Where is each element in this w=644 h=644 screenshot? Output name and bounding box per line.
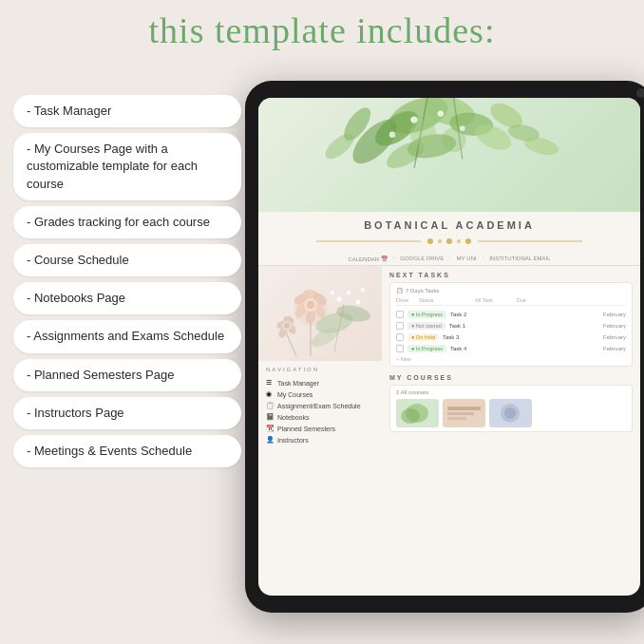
device-screen: BOTANICAL ACADEMIA CALENDAR 📅 · GOOGLE D… [258, 98, 640, 596]
task-name-2: Task 1 [449, 323, 599, 329]
nav-item-task-manager[interactable]: ☰ Task Manager [266, 377, 374, 388]
task-name-4: Task 4 [450, 346, 599, 351]
screen-top-decoration [258, 98, 640, 212]
nav-item-assignments[interactable]: 📋 Assignment/Exam Schedule [266, 400, 374, 411]
course-thumb-1[interactable] [396, 399, 439, 427]
tasks-subheader: 📋 7 Days Tasks [396, 287, 626, 294]
svg-point-48 [347, 291, 350, 294]
instructors-icon: 👤 [266, 436, 274, 444]
feature-list: - Task Manager - My Courses Page with a … [13, 95, 241, 467]
task-due-3: February [603, 334, 626, 340]
feature-notebooks: - Notebooks Page [13, 282, 241, 314]
nav-link-calendar[interactable]: CALENDAR 📅 [348, 256, 387, 262]
svg-point-47 [337, 297, 342, 302]
task-name-1: Task 2 [450, 312, 599, 317]
nav-label-notebooks: Notebooks [277, 414, 309, 421]
camera-dot [636, 88, 644, 98]
courses-box: ≡ All courses [389, 385, 633, 432]
svg-rect-61 [447, 417, 466, 420]
tasks-column-headers: Done Status All Task Due [396, 297, 626, 306]
svg-point-43 [284, 323, 290, 329]
device-wrapper: BOTANICAL ACADEMIA CALENDAR 📅 · GOOGLE D… [245, 81, 644, 613]
task-due-1: February [603, 312, 626, 317]
next-tasks-header: NEXT TASKS [389, 272, 633, 278]
task-checkbox-2[interactable] [396, 322, 404, 330]
course-thumb-3[interactable] [489, 399, 532, 427]
nav-label-assignments: Assignment/Exam Schedule [277, 403, 361, 409]
col-task: All Task [475, 297, 513, 303]
nav-label-instructors: Instructors [277, 437, 309, 444]
notebooks-icon: 📓 [266, 413, 274, 421]
svg-rect-59 [447, 407, 481, 410]
course-thumb-2[interactable] [443, 399, 485, 427]
svg-point-51 [361, 288, 365, 292]
task-checkbox-1[interactable] [396, 311, 404, 318]
feature-task-manager: - Task Manager [13, 95, 241, 127]
svg-point-27 [465, 238, 471, 244]
screen-nav-links: CALENDAR 📅 · GOOGLE DRIVE · MY UNI · INS… [258, 253, 640, 266]
svg-point-64 [504, 407, 516, 419]
nav-link-email[interactable]: INSTITUTIONAL EMAIL [489, 256, 550, 262]
task-due-4: February [603, 346, 626, 351]
screen-left-panel: NAVIGATION ☰ Task Manager ◉ My Courses 📋… [258, 266, 382, 588]
screen-body: NAVIGATION ☰ Task Manager ◉ My Courses 📋… [258, 266, 640, 588]
feature-assignments-exams: - Assignments and Exams Schedule [13, 320, 241, 352]
feature-planned-semesters: - Planned Semesters Page [13, 359, 241, 391]
svg-point-50 [331, 291, 334, 294]
my-courses-icon: ◉ [266, 390, 274, 398]
main-title: this template includes: [9, 9, 635, 53]
task-row-3: ● On Hold Task 3 February [396, 331, 626, 343]
task-checkbox-4[interactable] [396, 345, 404, 352]
svg-point-11 [410, 118, 414, 122]
feature-grades-tracking: - Grades tracking for each course [13, 206, 241, 238]
screen-right-panel: NEXT TASKS 📋 7 Days Tasks Done Status Al… [382, 266, 640, 588]
feature-meetings-events: - Meetings & Events Schedule [13, 435, 241, 467]
courses-subheader: ≡ All courses [396, 389, 626, 395]
task-more-link[interactable]: + New [396, 356, 626, 362]
nav-link-myuni[interactable]: MY UNI [457, 256, 477, 262]
svg-point-20 [409, 120, 436, 146]
task-row-2: ● Not started Task 1 February [396, 320, 626, 331]
courses-filter-icon: ≡ [396, 389, 400, 395]
nav-link-gdrive[interactable]: GOOGLE DRIVE [400, 256, 444, 262]
planned-semesters-icon: 📆 [266, 425, 274, 432]
nav-label-planned-semesters: Planned Semesters [277, 426, 335, 432]
nav-item-planned-semesters[interactable]: 📆 Planned Semesters [266, 423, 374, 434]
feature-courses-page: - My Courses Page with a customizable te… [13, 133, 241, 200]
col-done: Done [396, 297, 415, 303]
svg-point-23 [427, 238, 433, 244]
svg-point-25 [446, 238, 452, 244]
nav-label-my-courses: My Courses [277, 391, 313, 398]
nav-label-task-manager: Task Manager [277, 380, 319, 387]
screen-navigation: NAVIGATION ☰ Task Manager ◉ My Courses 📋… [258, 361, 382, 588]
task-due-2: February [603, 323, 626, 329]
svg-point-49 [356, 300, 361, 305]
device-frame: BOTANICAL ACADEMIA CALENDAR 📅 · GOOGLE D… [245, 81, 644, 613]
my-courses-header: MY COURSES [389, 374, 633, 381]
screen-app-title: BOTANICAL ACADEMIA [262, 219, 636, 231]
page-title-area: this template includes: [9, 9, 635, 53]
task-status-badge-3: ● On Hold [407, 333, 439, 341]
nav-item-instructors[interactable]: 👤 Instructors [266, 434, 374, 445]
tasks-period-icon: 📋 [396, 287, 403, 294]
task-status-badge-1: ● In Progress [407, 311, 446, 318]
task-row-1: ● In Progress Task 2 February [396, 309, 626, 320]
task-manager-icon: ☰ [266, 379, 274, 387]
svg-point-57 [401, 408, 420, 424]
feature-instructors: - Instructors Page [13, 397, 241, 429]
svg-line-53 [287, 334, 296, 356]
svg-point-24 [438, 239, 442, 243]
nav-section-title: NAVIGATION [266, 367, 374, 372]
assignments-icon: 📋 [266, 402, 274, 409]
col-due: Due [517, 297, 626, 303]
task-row-4: ● In Progress Task 4 February [396, 343, 626, 354]
svg-point-14 [389, 132, 395, 138]
task-status-badge-2: ● Not started [407, 322, 445, 330]
svg-point-37 [307, 301, 314, 309]
svg-rect-60 [447, 412, 474, 415]
nav-item-my-courses[interactable]: ◉ My Courses [266, 388, 374, 400]
svg-point-26 [457, 239, 461, 243]
nav-item-notebooks[interactable]: 📓 Notebooks [266, 411, 374, 423]
col-status: Status [419, 297, 471, 303]
task-checkbox-3[interactable] [396, 333, 404, 341]
